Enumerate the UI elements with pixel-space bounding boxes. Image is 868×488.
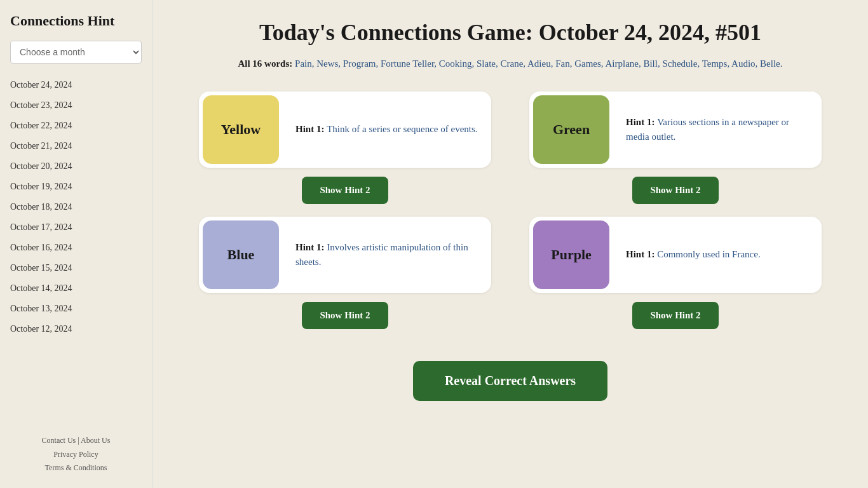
card-green: GreenHint 1: Various sections in a newsp… [529, 92, 822, 168]
sidebar-date-list: October 24, 2024October 23, 2024October … [10, 75, 142, 339]
card-yellow: YellowHint 1: Think of a series or seque… [199, 92, 491, 168]
sidebar-date-item[interactable]: October 24, 2024 [10, 75, 142, 95]
card-color-green: Green [533, 95, 609, 164]
main-content: Today's Connections Game: October 24, 20… [153, 0, 868, 488]
reveal-correct-answers-button[interactable]: Reveal Correct Answers [413, 361, 607, 401]
sidebar-date-item[interactable]: October 17, 2024 [10, 217, 142, 238]
sidebar-date-item[interactable]: October 14, 2024 [10, 278, 142, 299]
card-content-blue: Hint 1: Involves artistic manipulation o… [283, 217, 491, 293]
card-blue: BlueHint 1: Involves artistic manipulati… [199, 217, 491, 293]
hint-text-yellow: Think of a series or sequence of events. [327, 124, 477, 134]
show-hint-2-button-purple[interactable]: Show Hint 2 [632, 302, 718, 329]
card-color-blue: Blue [203, 220, 279, 289]
sidebar: Connections Hint Choose a month October … [0, 0, 153, 488]
sidebar-date-item[interactable]: October 18, 2024 [10, 197, 142, 217]
card-content-yellow: Hint 1: Think of a series or sequence of… [283, 92, 491, 168]
words-label: All 16 words: [238, 58, 292, 69]
sidebar-footer: Contact Us | About Us Privacy Policy Ter… [10, 421, 142, 475]
card-color-yellow: Yellow [203, 95, 279, 164]
sidebar-date-item[interactable]: October 12, 2024 [10, 319, 142, 339]
sidebar-date-item[interactable]: October 21, 2024 [10, 136, 142, 156]
page-title: Today's Connections Game: October 24, 20… [259, 19, 761, 46]
privacy-link[interactable]: Privacy Policy [53, 450, 98, 459]
card-section-blue: BlueHint 1: Involves artistic manipulati… [199, 217, 491, 329]
terms-link[interactable]: Terms & Conditions [45, 463, 107, 472]
sidebar-date-item[interactable]: October 20, 2024 [10, 156, 142, 177]
sidebar-date-item[interactable]: October 19, 2024 [10, 177, 142, 197]
sidebar-date-item[interactable]: October 13, 2024 [10, 299, 142, 319]
hint-label-blue: Hint 1: [295, 242, 327, 252]
contact-link[interactable]: Contact Us [42, 436, 76, 445]
show-hint-2-button-blue[interactable]: Show Hint 2 [302, 302, 388, 329]
hint-text-purple: Commonly used in France. [657, 249, 760, 259]
hint-label-yellow: Hint 1: [295, 124, 327, 134]
sidebar-date-item[interactable]: October 23, 2024 [10, 95, 142, 116]
sidebar-date-item[interactable]: October 22, 2024 [10, 116, 142, 136]
cards-grid: YellowHint 1: Think of a series or seque… [199, 92, 822, 342]
hint-label-purple: Hint 1: [626, 249, 657, 259]
about-link[interactable]: About Us [81, 436, 110, 445]
card-content-green: Hint 1: Various sections in a newspaper … [613, 92, 822, 168]
sidebar-date-item[interactable]: October 15, 2024 [10, 258, 142, 278]
card-purple: PurpleHint 1: Commonly used in France. [529, 217, 822, 293]
hint-label-green: Hint 1: [626, 117, 657, 127]
words-line: All 16 words: Pain, News, Program, Fortu… [238, 56, 782, 72]
card-section-green: GreenHint 1: Various sections in a newsp… [529, 92, 822, 204]
card-section-yellow: YellowHint 1: Think of a series or seque… [199, 92, 491, 204]
card-hint-yellow: Hint 1: Think of a series or sequence of… [295, 122, 478, 137]
month-select[interactable]: Choose a month [10, 41, 142, 64]
words-list: Pain, News, Program, Fortune Teller, Coo… [295, 58, 782, 69]
card-color-purple: Purple [533, 220, 609, 289]
card-hint-green: Hint 1: Various sections in a newspaper … [626, 115, 809, 144]
reveal-section: Reveal Correct Answers [191, 361, 830, 401]
card-hint-blue: Hint 1: Involves artistic manipulation o… [295, 240, 478, 269]
card-section-purple: PurpleHint 1: Commonly used in France.Sh… [529, 217, 822, 329]
show-hint-2-button-yellow[interactable]: Show Hint 2 [302, 177, 388, 204]
show-hint-2-button-green[interactable]: Show Hint 2 [632, 177, 718, 204]
card-hint-purple: Hint 1: Commonly used in France. [626, 247, 761, 262]
card-content-purple: Hint 1: Commonly used in France. [613, 217, 822, 293]
sidebar-title: Connections Hint [10, 13, 142, 29]
sidebar-date-item[interactable]: October 16, 2024 [10, 238, 142, 258]
